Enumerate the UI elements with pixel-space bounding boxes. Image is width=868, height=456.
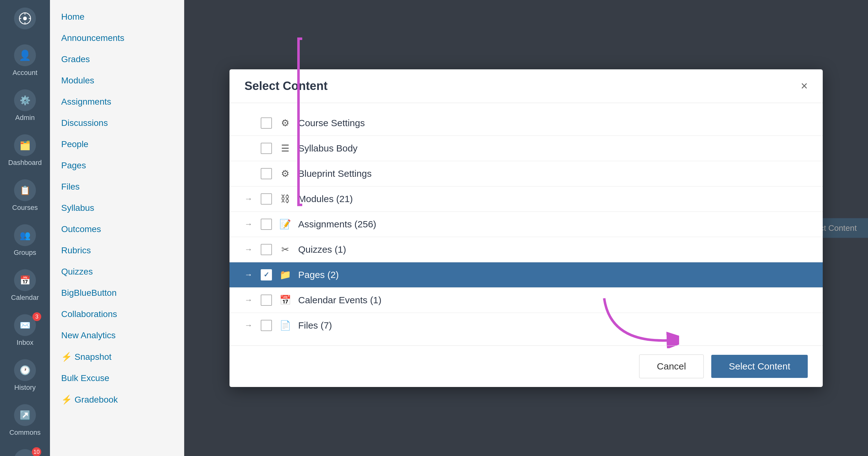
modal-footer: Cancel Select Content: [229, 345, 823, 387]
nav-courses[interactable]: 📋 Courses: [0, 172, 50, 217]
sidebar-item-rubrics[interactable]: Rubrics: [50, 240, 184, 261]
sidebar-item-people[interactable]: People: [50, 134, 184, 155]
account-avatar: 👤: [14, 44, 36, 66]
dashboard-icon: 🗂️: [14, 134, 36, 156]
sidebar-item-modules[interactable]: Modules: [50, 70, 184, 91]
sidebar-item-collaborations[interactable]: Collaborations: [50, 304, 184, 325]
pages-expand-arrow[interactable]: →: [245, 270, 253, 279]
content-item-calendar-events[interactable]: → 📅 Calendar Events (1): [229, 288, 823, 313]
sidebar-item-home[interactable]: Home: [50, 6, 184, 28]
help-badge: 10: [32, 447, 41, 456]
pages-checkmark: ✓: [264, 271, 269, 279]
files-expand-arrow[interactable]: →: [245, 321, 253, 330]
commons-icon: ↗️: [14, 404, 36, 426]
cancel-button[interactable]: Cancel: [639, 355, 704, 378]
syllabus-body-checkbox[interactable]: [261, 143, 272, 154]
select-content-button[interactable]: Select Content: [711, 355, 808, 378]
modules-icon: ⛓: [279, 194, 291, 204]
course-settings-label: Course Settings: [298, 118, 808, 128]
pages-label: Pages (2): [298, 270, 808, 280]
nav-rail: 👤 Account ⚙️ Admin 🗂️ Dashboard 📋 Course…: [0, 0, 50, 456]
files-checkbox[interactable]: [261, 320, 272, 331]
calendar-label: Calendar: [11, 294, 39, 302]
history-icon: 🕐: [14, 359, 36, 381]
modules-expand-arrow[interactable]: →: [245, 194, 253, 204]
calendar-events-icon: 📅: [279, 295, 291, 305]
course-sidebar: Home Announcements Grades Modules Assign…: [50, 0, 184, 456]
quizzes-checkbox[interactable]: [261, 244, 272, 255]
pages-icon: 📁: [279, 269, 291, 280]
calendar-events-expand-arrow[interactable]: →: [245, 295, 253, 305]
sidebar-item-assignments[interactable]: Assignments: [50, 91, 184, 113]
courses-icon: 📋: [14, 179, 36, 201]
pages-checkbox[interactable]: ✓: [261, 269, 272, 280]
calendar-events-checkbox[interactable]: [261, 295, 272, 306]
assignments-expand-arrow[interactable]: →: [245, 219, 253, 229]
sidebar-item-discussions[interactable]: Discussions: [50, 113, 184, 134]
content-item-pages[interactable]: → ✓ 📁 Pages (2): [229, 262, 823, 288]
files-icon: 📄: [279, 320, 291, 331]
sidebar-item-files[interactable]: Files: [50, 176, 184, 197]
nav-account[interactable]: 👤 Account: [0, 37, 50, 82]
assignments-checkbox[interactable]: [261, 219, 272, 230]
sidebar-item-quizzes[interactable]: Quizzes: [50, 261, 184, 282]
assignments-label: Assignments (256): [298, 219, 808, 230]
course-settings-checkbox[interactable]: [261, 117, 272, 129]
dashboard-label: Dashboard: [8, 159, 42, 167]
sidebar-item-bulk-excuse[interactable]: Bulk Excuse: [50, 368, 184, 389]
content-item-quizzes[interactable]: → ✂ Quizzes (1): [229, 237, 823, 262]
nav-dashboard[interactable]: 🗂️ Dashboard: [0, 127, 50, 172]
groups-label: Groups: [14, 249, 36, 257]
sidebar-item-bigbluebutton[interactable]: BigBlueButton: [50, 282, 184, 304]
modal-title: Select Content: [245, 79, 328, 93]
purple-bracket-annotation: [297, 37, 302, 206]
commons-label: Commons: [9, 428, 40, 437]
sidebar-item-pages[interactable]: Pages: [50, 155, 184, 176]
modules-checkbox[interactable]: [261, 193, 272, 205]
nav-history[interactable]: 🕐 History: [0, 352, 50, 397]
account-label: Account: [12, 69, 37, 77]
modal-close-button[interactable]: ×: [801, 80, 808, 92]
content-item-assignments[interactable]: → 📝 Assignments (256): [229, 212, 823, 237]
logo-icon: [14, 7, 36, 29]
blueprint-settings-checkbox[interactable]: [261, 168, 272, 179]
admin-label: Admin: [15, 114, 35, 122]
sidebar-item-gradebook[interactable]: ⚡ Gradebook: [50, 389, 184, 411]
inbox-badge: 3: [32, 312, 41, 321]
content-item-modules[interactable]: → ⛓ Modules (21): [229, 186, 823, 212]
admin-icon: ⚙️: [14, 89, 36, 111]
inbox-label: Inbox: [17, 339, 33, 347]
quizzes-label: Quizzes (1): [298, 244, 808, 255]
content-item-blueprint-settings[interactable]: ⚙ Blueprint Settings: [229, 161, 823, 186]
nav-logo[interactable]: [0, 0, 50, 37]
nav-inbox[interactable]: ✉️ 3 Inbox: [0, 307, 50, 352]
content-item-syllabus-body[interactable]: ☰ Syllabus Body: [229, 136, 823, 161]
files-label: Files (7): [298, 320, 808, 331]
modal-overlay[interactable]: Select Content × ⚙ Course Settings ☰ Sy: [184, 0, 868, 456]
content-item-course-settings[interactable]: ⚙ Course Settings: [229, 111, 823, 136]
nav-commons[interactable]: ↗️ Commons: [0, 397, 50, 442]
sidebar-item-syllabus[interactable]: Syllabus: [50, 197, 184, 219]
sidebar-item-snapshot[interactable]: ⚡ Snapshot: [50, 346, 184, 368]
content-item-files[interactable]: → 📄 Files (7): [229, 313, 823, 338]
syllabus-body-icon: ☰: [279, 143, 291, 154]
nav-admin[interactable]: ⚙️ Admin: [0, 82, 50, 127]
sidebar-item-grades[interactable]: Grades: [50, 49, 184, 70]
nav-groups[interactable]: 👥 Groups: [0, 217, 50, 262]
syllabus-body-label: Syllabus Body: [298, 143, 808, 154]
modal-body: ⚙ Course Settings ☰ Syllabus Body ⚙ Blue…: [229, 103, 823, 345]
groups-icon: 👥: [14, 224, 36, 246]
arrow-annotation: [598, 292, 679, 349]
assignments-icon: 📝: [279, 219, 291, 230]
history-label: History: [14, 384, 36, 392]
modal-header: Select Content ×: [229, 69, 823, 103]
nav-help[interactable]: ? 10 Help: [0, 442, 50, 456]
sidebar-item-new-analytics[interactable]: New Analytics: [50, 325, 184, 346]
quizzes-expand-arrow[interactable]: →: [245, 245, 253, 254]
blueprint-settings-label: Blueprint Settings: [298, 168, 808, 179]
select-content-modal: Select Content × ⚙ Course Settings ☰ Sy: [229, 69, 823, 387]
calendar-icon: 📅: [14, 269, 36, 291]
nav-calendar[interactable]: 📅 Calendar: [0, 262, 50, 307]
sidebar-item-outcomes[interactable]: Outcomes: [50, 219, 184, 240]
sidebar-item-announcements[interactable]: Announcements: [50, 28, 184, 49]
